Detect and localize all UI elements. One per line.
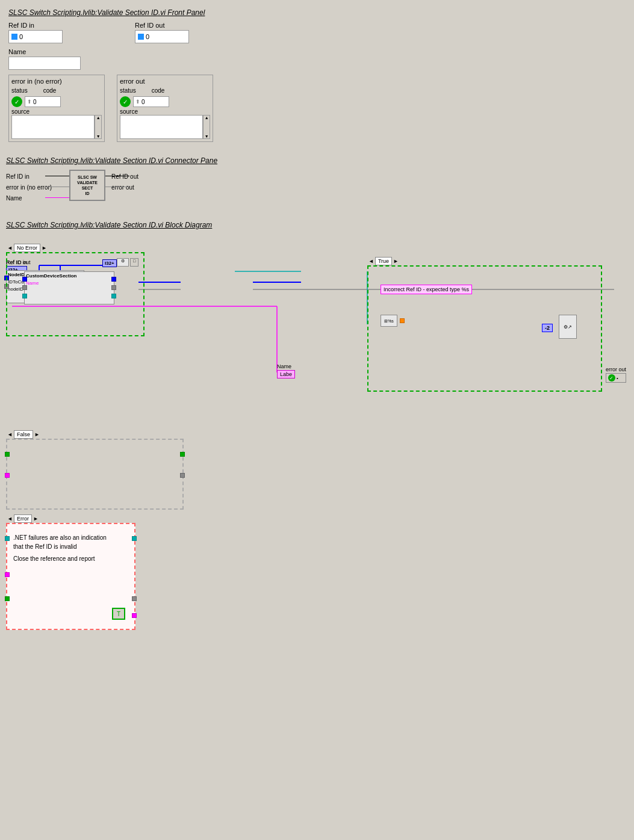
error-vi-icon[interactable]: T	[112, 608, 125, 620]
ref-id-in-group: Ref ID in 0	[8, 22, 63, 43]
front-panel-section: SLSC Switch Scripting.lvlib:Validate Sec…	[6, 6, 223, 144]
error-case-header: ◄ Error ►	[7, 514, 39, 523]
false-case-header: ◄ False ►	[7, 430, 40, 439]
error-in-code-input[interactable]: ⬆ 0	[25, 96, 61, 107]
cp-wire-errorout	[105, 187, 129, 187]
name-section: Name	[8, 48, 220, 70]
error-out-source-label: source	[120, 108, 210, 115]
error-vi-symbol: T	[117, 611, 120, 617]
error-out-code-label: code	[152, 87, 165, 94]
error-in-cluster: error in (no error) status code ✓ ⬆ 0 so…	[8, 75, 105, 142]
ref-id-in-control[interactable]: 0	[8, 30, 63, 43]
cp-wire-errorin	[45, 187, 69, 187]
error-out-source-textarea[interactable]	[120, 115, 203, 139]
error-right-teal	[132, 536, 137, 541]
cp-node-box: SLSC SWVALIDATESECTID	[69, 170, 105, 201]
case-top-icons: ⚙ □	[117, 258, 138, 267]
cds-out-port	[111, 277, 116, 282]
orange-port1	[400, 318, 405, 323]
cp-wire-refout	[105, 176, 129, 176]
error-in-status-label: status	[11, 87, 28, 94]
cp-error-in-label: error in (no error)	[6, 184, 52, 191]
error-bottom-pink-port	[132, 613, 137, 618]
custom-device-section-label: CustomDeviceSection	[26, 273, 76, 279]
false-arrow-right[interactable]: ►	[34, 431, 40, 437]
error-out-indicator: ✓	[608, 374, 615, 381]
block-diagram-section: SLSC Switch Scripting.lvlib:Validate Sec…	[6, 221, 628, 631]
error-in-source-textarea[interactable]	[11, 115, 95, 139]
error-case-wrapper: ◄ Error ► .NET failures are also an indi…	[6, 523, 138, 631]
connector-pane-diagram: Ref ID in error in (no error) Name SLSC …	[6, 170, 211, 209]
error-left-green	[5, 596, 10, 601]
error-out-bd-label: error out	[606, 366, 626, 372]
error-out-status-row: status code	[120, 87, 210, 94]
error-in-status-row: status code	[11, 87, 102, 94]
custom-device-section-vi[interactable]: CustomDeviceSection Name	[24, 271, 114, 304]
error-case-text3: Close the reference and report	[13, 555, 95, 562]
true-selector[interactable]: True	[375, 257, 392, 265]
error-out-scrollbar[interactable]: ▲ ▼	[203, 115, 210, 139]
false-case-frame: ◄ False ►	[6, 439, 184, 510]
build-error-icon: ⚙↗	[564, 324, 572, 330]
ref-id-out-label: Ref ID out	[135, 22, 189, 29]
cds-error-port	[22, 285, 27, 290]
incorrect-ref-string: Incorrect Ref ID - expected type %s	[381, 285, 472, 294]
bd-main-canvas: Ref ID in I32+ Ref ID out I32+ error in …	[6, 234, 626, 427]
error-selector[interactable]: Error	[14, 514, 32, 523]
no-error-arrow-left[interactable]: ◄	[7, 245, 13, 251]
no-error-arrow-right[interactable]: ►	[42, 245, 47, 251]
cp-node-label: SLSC SWVALIDATESECTID	[77, 174, 98, 196]
ref-id-out-indicator	[138, 34, 144, 40]
name-terminal: Name Labe	[277, 363, 295, 378]
cp-name-label: Name	[6, 195, 22, 202]
front-panel-title: SLSC Switch Scripting.lvlib:Validate Sec…	[8, 8, 220, 17]
false-selector[interactable]: False	[14, 430, 33, 439]
cp-ref-id-in-label: Ref ID in	[6, 173, 30, 180]
no-error-case-frame: ◄ No Error ► CustomDeviceSection Name ⚙ …	[6, 252, 145, 336]
error-out-status-label: status	[120, 87, 136, 94]
cds-teal-out-port	[111, 294, 116, 298]
false-right-port2	[180, 473, 185, 478]
name-constant-box: Labe	[277, 370, 295, 378]
true-arrow-left[interactable]: ◄	[368, 258, 374, 264]
error-out-code-input[interactable]: ⬆ 0	[133, 96, 169, 107]
error-case-frame: ◄ Error ► .NET failures are also an indi…	[6, 523, 135, 630]
error-arrow-left[interactable]: ◄	[7, 516, 13, 522]
error-in-code-value: 0	[33, 99, 37, 105]
error-out-source-scroll: ▲ ▼	[120, 115, 210, 139]
cds-error-out-port	[111, 285, 116, 290]
no-error-case-header: ◄ No Error ►	[7, 244, 47, 252]
false-case-wrapper: ◄ False ►	[6, 439, 187, 511]
error-case-arrow-right[interactable]: ►	[33, 516, 39, 522]
connector-pane-section: SLSC Switch Scripting.lvlib:Validate Sec…	[6, 156, 223, 209]
error-in-scrollbar[interactable]: ▲ ▼	[95, 115, 102, 139]
true-arrow-right[interactable]: ►	[393, 258, 399, 264]
error-case-text1: .NET failures are also an indication	[13, 533, 107, 542]
true-case-frame: ◄ True ► Incorrect Ref ID - expected typ…	[367, 265, 602, 392]
cds-in-port	[22, 277, 27, 282]
error-out-bd-value: •	[617, 375, 618, 381]
name-label: Name	[8, 48, 220, 55]
false-arrow-left[interactable]: ◄	[7, 431, 13, 437]
name-input[interactable]	[8, 57, 81, 70]
fp-top-controls: Ref ID in 0 Ref ID out 0	[8, 22, 220, 43]
build-error-node[interactable]: ⚙↗	[559, 315, 577, 339]
cp-wire-name	[45, 197, 69, 198]
ref-id-out-control[interactable]: 0	[135, 30, 189, 43]
error-in-check: ✓	[11, 96, 22, 107]
case-icon1: ⚙	[117, 258, 129, 267]
error-in-source-scroll: ▲ ▼	[11, 115, 102, 139]
ref-id-in-indicator	[11, 34, 17, 40]
true-case-header: ◄ True ►	[368, 257, 399, 265]
error-out-values: ✓ ⬆ 0	[120, 96, 210, 107]
error-left-teal	[5, 536, 10, 541]
error-build-row: ⊞%s	[381, 315, 405, 327]
error-format-vi[interactable]: ⊞%s	[381, 315, 397, 327]
no-error-selector[interactable]: No Error	[14, 244, 40, 252]
neg2-constant: -2	[542, 324, 553, 332]
cds-teal-port	[22, 294, 27, 298]
error-in-title: error in (no error)	[11, 78, 102, 85]
cp-wire-refin	[45, 176, 69, 176]
case-icon2: □	[130, 258, 138, 267]
error-case-text2: that the Ref ID is invalid	[13, 543, 77, 550]
